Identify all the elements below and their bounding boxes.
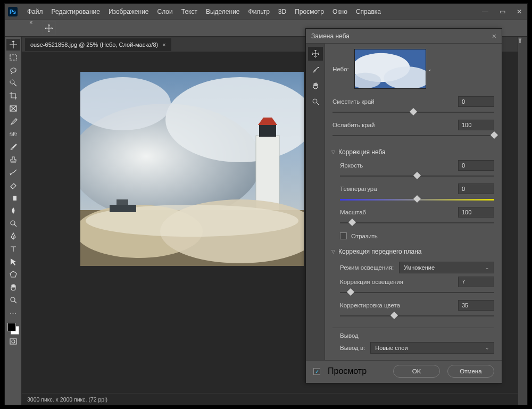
flip-label: Отразить — [351, 233, 378, 239]
brightness-input[interactable] — [458, 160, 494, 171]
close-tab-icon[interactable]: × — [162, 41, 165, 48]
fg-adjust-section[interactable]: ▽ Коррекция переднего плана — [331, 248, 494, 255]
light-mode-select[interactable]: Умножение⌄ — [399, 262, 494, 273]
sky-preset-picker[interactable]: ⌄ — [354, 49, 426, 89]
shape-tool[interactable] — [6, 269, 20, 280]
dialog-zoom-tool[interactable] — [308, 95, 323, 108]
crop-tool[interactable] — [6, 90, 20, 102]
quick-select-tool[interactable] — [6, 77, 20, 89]
brush-tool[interactable] — [6, 141, 20, 153]
minimize-button[interactable]: — — [477, 6, 493, 17]
share-icon[interactable]: ⇪ — [514, 35, 525, 45]
menu-item[interactable]: Редактирование — [47, 5, 104, 19]
output-to-label: Вывод в: — [340, 345, 365, 351]
disclosure-icon: ▽ — [331, 249, 335, 254]
rect-marquee-tool[interactable] — [6, 52, 20, 63]
sky-replace-dialog: Замена неба × Небо: — [305, 28, 502, 383]
menu-item[interactable]: Слои — [153, 5, 177, 19]
dialog-hand-tool[interactable] — [308, 79, 323, 93]
frame-tool[interactable] — [6, 103, 20, 114]
close-button[interactable]: ✕ — [511, 6, 527, 17]
color-adjust-input[interactable] — [458, 300, 494, 311]
ok-button[interactable]: OK — [393, 365, 440, 378]
color-adjust-slider[interactable] — [340, 312, 494, 320]
dialog-close-icon[interactable]: × — [492, 32, 496, 40]
menu-item[interactable]: Фильтр — [244, 5, 274, 19]
output-to-select[interactable]: Новые слои⌄ — [370, 342, 494, 354]
brightness-slider[interactable] — [340, 172, 494, 180]
color-swatches[interactable] — [7, 323, 19, 335]
fade-edge-input[interactable] — [458, 120, 494, 130]
fade-edge-slider[interactable] — [332, 131, 494, 140]
svg-point-8 — [11, 297, 15, 302]
menu-item[interactable]: Текст — [177, 5, 202, 19]
zoom-tool[interactable] — [6, 294, 20, 306]
flip-checkbox[interactable] — [340, 232, 347, 239]
light-adjust-input[interactable] — [458, 277, 494, 287]
blur-tool[interactable] — [6, 205, 20, 216]
svg-rect-0 — [10, 55, 16, 60]
svg-point-6 — [11, 221, 15, 225]
document-tab[interactable]: ouse-6521858.jpg @ 25% (Небо, Слой-маска… — [25, 38, 171, 51]
dialog-move-tool[interactable] — [308, 47, 323, 61]
gradient-tool[interactable] — [6, 192, 20, 204]
chevron-down-icon: ⌄ — [485, 345, 489, 350]
healing-tool[interactable] — [6, 128, 20, 140]
preview-checkbox[interactable]: ✓ — [313, 368, 320, 375]
brightness-label: Яркость — [340, 162, 363, 169]
cancel-button[interactable]: Отмена — [447, 365, 494, 378]
quick-mask-toggle[interactable] — [6, 336, 20, 347]
menu-item[interactable]: Просмотр — [290, 5, 328, 19]
menu-item[interactable]: Окно — [328, 5, 352, 19]
svg-point-26 — [313, 99, 317, 103]
menu-item[interactable]: Справка — [352, 5, 385, 19]
menu-item[interactable]: 3D — [274, 5, 290, 19]
edit-toolbar[interactable]: ⋯ — [6, 307, 20, 319]
stamp-tool[interactable] — [6, 154, 20, 165]
light-mode-label: Режим освещения: — [340, 264, 394, 271]
menu-item[interactable]: Файл — [23, 5, 47, 19]
output-header: Вывод — [340, 332, 494, 339]
svg-marker-7 — [10, 271, 16, 277]
dialog-sky-brush-tool[interactable] — [308, 63, 323, 77]
document-tab-label: ouse-6521858.jpg @ 25% (Небо, Слой-маска… — [30, 41, 158, 48]
light-adjust-slider[interactable] — [340, 288, 494, 297]
pen-tool[interactable] — [6, 230, 20, 242]
move-tool-preset[interactable] — [42, 21, 56, 35]
history-brush-tool[interactable] — [6, 166, 20, 178]
status-text: 3000 пикс. x 2000 пикс. (72 ppi) — [27, 396, 107, 403]
svg-point-1 — [10, 80, 14, 84]
menu-item[interactable]: Выделение — [202, 5, 244, 19]
panel-close-icon[interactable]: × — [29, 19, 32, 26]
sky-adjust-section[interactable]: ▽ Коррекция неба — [331, 148, 494, 156]
eraser-tool[interactable] — [6, 179, 20, 191]
right-panels-collapsed[interactable] — [518, 37, 527, 405]
status-bar: 3000 пикс. x 2000 пикс. (72 ppi) — [22, 393, 518, 405]
eyedropper-tool[interactable] — [6, 115, 20, 127]
temperature-label: Температура — [340, 186, 377, 192]
dodge-tool[interactable] — [6, 218, 20, 229]
fade-edge-label: Ослабить край — [332, 122, 375, 128]
dialog-toolbar — [306, 44, 325, 360]
scale-input[interactable] — [458, 207, 494, 218]
svg-rect-24 — [110, 205, 136, 212]
shift-edge-input[interactable] — [458, 96, 494, 107]
svg-rect-17 — [259, 125, 276, 137]
shift-edge-slider[interactable] — [332, 108, 494, 116]
light-adjust-label: Коррекция освещения — [340, 279, 403, 285]
svg-point-10 — [12, 340, 15, 343]
dialog-content: Небо: ⌄ Сместить край — [325, 44, 502, 360]
svg-rect-25 — [117, 199, 128, 205]
menu-item[interactable]: Изображение — [104, 5, 153, 19]
hand-tool[interactable] — [6, 281, 20, 293]
maximize-button[interactable]: ▭ — [494, 6, 510, 17]
dialog-titlebar: Замена неба × — [306, 29, 502, 44]
lasso-tool[interactable] — [6, 64, 20, 76]
type-tool[interactable] — [6, 243, 20, 255]
move-tool[interactable] — [6, 39, 20, 51]
path-select-tool[interactable] — [6, 256, 20, 268]
scale-slider[interactable] — [340, 219, 494, 227]
disclosure-icon: ▽ — [331, 149, 335, 155]
temperature-input[interactable] — [458, 183, 494, 194]
temperature-slider[interactable] — [340, 195, 494, 204]
